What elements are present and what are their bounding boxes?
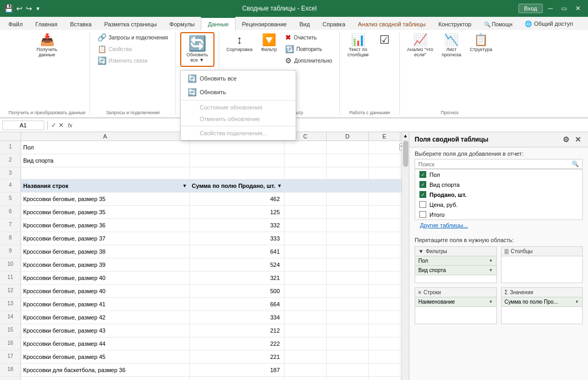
pivot-close-icon[interactable]: ✕ xyxy=(573,135,583,144)
cell-c4[interactable] xyxy=(285,179,327,192)
data-cell[interactable]: 221 xyxy=(190,351,285,363)
data-cell[interactable] xyxy=(369,245,400,258)
data-cell[interactable]: 333 xyxy=(190,232,285,245)
tab-formulas[interactable]: Формулы xyxy=(163,18,201,30)
data-cell[interactable]: Кроссовки для баскетбола, размер 37 xyxy=(21,377,190,380)
data-cell[interactable] xyxy=(369,232,400,245)
restore-button[interactable]: ▭ xyxy=(558,4,570,13)
field-checkbox-total[interactable] xyxy=(419,211,426,218)
field-checkbox-sport[interactable]: ✓ xyxy=(419,181,426,188)
pivot-settings-icon[interactable]: ⚙ xyxy=(561,135,571,144)
data-cell[interactable] xyxy=(369,351,400,363)
signin-button[interactable]: Вход xyxy=(518,4,543,13)
tab-view[interactable]: Вид xyxy=(293,18,316,30)
values-sum-arrow[interactable]: ▼ xyxy=(575,299,579,304)
data-cell[interactable]: Кроссовки беговые, размер 35 xyxy=(21,193,190,205)
data-cell[interactable] xyxy=(369,219,400,232)
tab-pagelayout[interactable]: Разметка страницы xyxy=(98,18,163,30)
tab-insert[interactable]: Вставка xyxy=(64,18,98,30)
cell-a3[interactable] xyxy=(21,167,190,179)
cell-c3[interactable] xyxy=(285,167,327,179)
scroll-up-btn[interactable]: ▲ xyxy=(402,132,409,139)
field-checkbox-price[interactable] xyxy=(419,201,426,208)
data-cell[interactable] xyxy=(285,245,327,258)
get-data-button[interactable]: 📥 Получитьданные xyxy=(33,32,61,59)
cell-d4[interactable] xyxy=(327,179,369,192)
data-cell[interactable] xyxy=(327,219,369,232)
forecast-sheet-button[interactable]: 📉 Листпрогноза xyxy=(438,32,464,59)
data-cell[interactable]: Кроссовки беговые, размер 45 xyxy=(21,351,190,363)
structure-button[interactable]: 📋 Структура xyxy=(466,32,495,54)
filter-btn-b4[interactable]: ▼ xyxy=(277,181,282,191)
tab-pivot-analysis[interactable]: Анализ сводной таблицы xyxy=(351,18,432,30)
advanced-button[interactable]: ⚙ Дополнительно xyxy=(282,55,335,66)
data-cell[interactable] xyxy=(369,258,400,271)
data-cell[interactable]: Кроссовки беговые, размер 41 xyxy=(21,298,190,311)
cell-c1[interactable] xyxy=(285,141,327,154)
cell-d2[interactable] xyxy=(327,154,369,167)
edit-links-button[interactable]: 🔄 Изменить связи xyxy=(94,55,171,66)
field-checkbox-sold[interactable]: ✓ xyxy=(419,191,426,198)
data-cell[interactable] xyxy=(285,364,327,376)
field-item-sold[interactable]: ✓ Продано, шт. xyxy=(415,189,582,199)
data-cell[interactable] xyxy=(369,324,400,337)
field-item-total[interactable]: Итого xyxy=(415,209,582,219)
data-cell[interactable]: 212 xyxy=(190,324,285,337)
cell-c2[interactable] xyxy=(285,154,327,167)
cell-d3[interactable] xyxy=(327,167,369,179)
data-cell[interactable] xyxy=(369,285,400,297)
name-box[interactable] xyxy=(2,121,44,130)
data-cell[interactable]: Кроссовки беговые, размер 38 xyxy=(21,245,190,258)
refresh-all-button[interactable]: 🔄 Обновитьвсе ▼ xyxy=(183,34,211,65)
cell-a1[interactable]: Пол xyxy=(21,141,190,154)
data-cell[interactable]: 321 xyxy=(190,272,285,284)
undo-icon[interactable]: ↩ xyxy=(16,4,23,13)
data-cell[interactable] xyxy=(369,337,400,350)
data-cell[interactable]: 500 xyxy=(190,285,285,297)
data-cell[interactable] xyxy=(327,351,369,363)
data-cell[interactable]: Кроссовки беговые, размер 35 xyxy=(21,206,190,218)
data-cell[interactable]: 187 xyxy=(190,364,285,376)
filter-button[interactable]: 🔽 Фильтр xyxy=(258,32,280,54)
scrollbar-thumb-v[interactable] xyxy=(403,141,408,167)
data-cell[interactable] xyxy=(285,272,327,284)
field-item-sport[interactable]: ✓ Вид спорта xyxy=(415,179,582,189)
tab-review[interactable]: Рецензирование xyxy=(236,18,293,30)
data-cell[interactable]: 222 xyxy=(190,337,285,350)
data-cell[interactable] xyxy=(285,337,327,350)
data-cell[interactable]: 275 xyxy=(190,377,285,380)
cell-a2[interactable]: Вид спорта xyxy=(21,154,190,167)
refresh-menu-item[interactable]: 🔄 Обновить xyxy=(181,85,296,99)
data-cell[interactable] xyxy=(369,311,400,324)
data-cell[interactable] xyxy=(327,364,369,376)
cell-e1[interactable] xyxy=(369,141,400,154)
data-cell[interactable]: Кроссовки беговые, размер 36 xyxy=(21,219,190,232)
vertical-scrollbar[interactable]: ▲ ▼ xyxy=(401,132,409,380)
data-cell[interactable] xyxy=(327,206,369,218)
sort-button[interactable]: ↕️ Сортировка xyxy=(223,32,256,54)
queries-connections-button[interactable]: 🔗 Запросы и подключения xyxy=(94,32,171,43)
cell-e4[interactable] xyxy=(369,179,400,192)
cell-d1[interactable] xyxy=(327,141,369,154)
data-cell[interactable]: Кроссовки беговые, размер 44 xyxy=(21,337,190,350)
data-cell[interactable] xyxy=(285,219,327,232)
data-cell[interactable]: 641 xyxy=(190,245,285,258)
data-validation-button[interactable]: ☑ xyxy=(374,32,395,49)
filter-sport-arrow[interactable]: ▼ xyxy=(489,268,493,273)
data-cell[interactable] xyxy=(285,311,327,324)
data-cell[interactable] xyxy=(327,311,369,324)
check-icon[interactable]: ✓ xyxy=(51,122,56,129)
pivot-search-input[interactable] xyxy=(418,161,570,167)
data-cell[interactable] xyxy=(369,272,400,284)
properties-button[interactable]: 📋 Свойства xyxy=(94,44,171,54)
tab-data[interactable]: Данные xyxy=(201,17,236,31)
clear-button[interactable]: ✖ Очистить xyxy=(282,32,335,43)
text-to-columns-button[interactable]: 📊 Текст постолбцам xyxy=(344,32,371,59)
filter-pol-arrow[interactable]: ▼ xyxy=(489,258,493,263)
data-cell[interactable] xyxy=(327,324,369,337)
field-item-price[interactable]: Цена, руб. xyxy=(415,199,582,209)
data-cell[interactable] xyxy=(327,285,369,297)
tab-home[interactable]: Главная xyxy=(29,18,64,30)
cell-b2[interactable] xyxy=(190,154,285,167)
data-cell[interactable]: 125 xyxy=(190,206,285,218)
